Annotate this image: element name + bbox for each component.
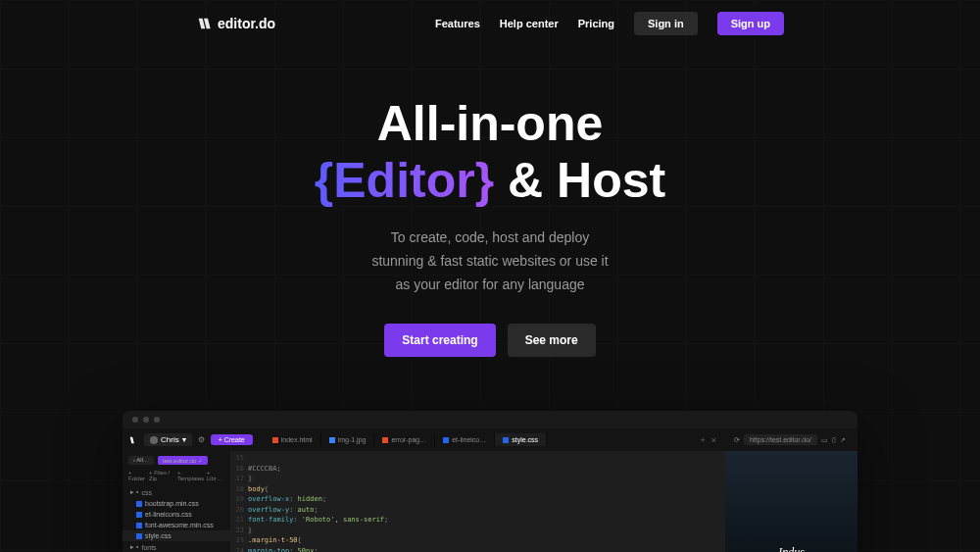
file-sidebar: ‹ All… test.editor.do ✓ + Folder + Files… [122, 451, 230, 552]
signin-button[interactable]: Sign in [634, 12, 698, 35]
desktop-icon[interactable]: ▭ [821, 436, 828, 444]
add-files-button[interactable]: + Files / Zip [149, 470, 175, 481]
start-creating-button[interactable]: Start creating [384, 324, 495, 357]
folder-icon: ▸ ▪ [130, 543, 138, 551]
back-button[interactable]: ‹ All… [128, 456, 154, 465]
url-input[interactable]: https://test.editor.do/ [744, 434, 817, 445]
close-icon[interactable]: × [711, 435, 716, 445]
window-max-dot [154, 417, 160, 423]
file-style[interactable]: style.css [122, 530, 230, 541]
external-icon[interactable]: ↗ [840, 436, 846, 444]
folder-fonts[interactable]: ▸ ▪fonts [122, 541, 230, 552]
preview-content: Indus Website is comming ! [725, 451, 858, 552]
editor-toolbar: Chris ▾ ⚙ + Create index.html img-1.jpg … [122, 428, 858, 451]
add-libraries-button[interactable]: + Libr… [207, 470, 224, 481]
file-bootstrap[interactable]: bootstrap.min.css [122, 498, 230, 509]
image-icon [329, 437, 335, 443]
tab-img[interactable]: img-1.jpg [321, 433, 375, 446]
project-chip[interactable]: test.editor.do ✓ [158, 456, 208, 465]
hero-subtitle: To create, code, host and deploy stunnin… [20, 226, 960, 296]
css-icon [136, 501, 142, 507]
avatar-icon [150, 436, 158, 444]
file-tree: ▸ ▪css bootstrap.min.css et-lineicons.cs… [122, 484, 230, 552]
sidebar-tools: + Folder + Files / Zip + Templates + Lib… [122, 467, 230, 484]
html-icon [382, 437, 388, 443]
hero-title-line1: All-in-one [377, 96, 604, 151]
brand-logo[interactable]: editor.do [196, 16, 275, 31]
mobile-icon[interactable]: ▯ [832, 436, 836, 444]
css-icon [136, 512, 142, 518]
code-editor[interactable]: 1516 #CCCCBA;17}18body{19 overflow-x: hi… [230, 451, 725, 552]
chevron-down-icon: ▾ [182, 435, 186, 444]
add-folder-button[interactable]: + Folder [128, 470, 147, 481]
hero-title: All-in-one {Editor} & Host [20, 96, 960, 209]
window-min-dot [143, 417, 149, 423]
folder-icon: ▸ ▪ [130, 488, 138, 496]
css-icon [443, 437, 449, 443]
file-fontawesome[interactable]: font-awesome.min.css [122, 520, 230, 530]
nav-help[interactable]: Help center [500, 18, 559, 29]
editor-logo-icon [128, 435, 138, 445]
hero-buttons: Start creating See more [20, 324, 960, 357]
css-icon [503, 437, 509, 443]
editor-screenshot: Chris ▾ ⚙ + Create index.html img-1.jpg … [122, 411, 858, 552]
tab-lineicons[interactable]: et-lineico… [435, 433, 495, 446]
nav-pricing[interactable]: Pricing [578, 18, 614, 29]
verified-icon: ✓ [198, 458, 203, 464]
logo-icon [196, 16, 212, 31]
signup-button[interactable]: Sign up [717, 12, 784, 35]
html-icon [272, 437, 278, 443]
gear-icon[interactable]: ⚙ [198, 435, 205, 444]
tab-index-html[interactable]: index.html [265, 433, 321, 446]
create-button[interactable]: + Create [211, 434, 253, 445]
preview-url-bar: ⟳ https://test.editor.do/ ▭ ▯ ↗ [728, 432, 852, 447]
see-more-button[interactable]: See more [508, 324, 596, 357]
preview-brand: Indus [778, 545, 805, 552]
top-nav: editor.do Features Help center Pricing S… [0, 0, 980, 47]
css-icon [136, 533, 142, 539]
live-preview: Indus Website is comming ! [725, 451, 858, 552]
css-icon [136, 523, 142, 528]
add-templates-button[interactable]: + Templates [177, 470, 205, 481]
editor-body: ‹ All… test.editor.do ✓ + Folder + Files… [122, 451, 858, 552]
tab-actions: + × [694, 435, 722, 445]
file-lineicons[interactable]: et-lineicons.css [122, 509, 230, 520]
hero: All-in-one {Editor} & Host To create, co… [0, 47, 980, 376]
brand-text: editor.do [218, 16, 275, 31]
tab-style-css[interactable]: style.css [495, 433, 547, 446]
folder-css[interactable]: ▸ ▪css [122, 486, 230, 498]
nav-features[interactable]: Features [435, 18, 480, 29]
sidebar-header: ‹ All… test.editor.do ✓ [122, 454, 230, 467]
editor-tabs: index.html img-1.jpg error-pag… et-linei… [265, 433, 689, 446]
user-name: Chris [161, 435, 179, 444]
hero-title-rest: & Host [494, 153, 665, 208]
tab-error[interactable]: error-pag… [374, 433, 435, 446]
hero-title-accent: {Editor} [315, 153, 494, 208]
plus-icon[interactable]: + [700, 435, 705, 445]
window-close-dot [132, 417, 138, 423]
nav-right: Features Help center Pricing Sign in Sig… [435, 12, 784, 35]
refresh-icon[interactable]: ⟳ [734, 436, 740, 444]
window-titlebar [122, 411, 858, 428]
user-dropdown[interactable]: Chris ▾ [144, 433, 192, 446]
